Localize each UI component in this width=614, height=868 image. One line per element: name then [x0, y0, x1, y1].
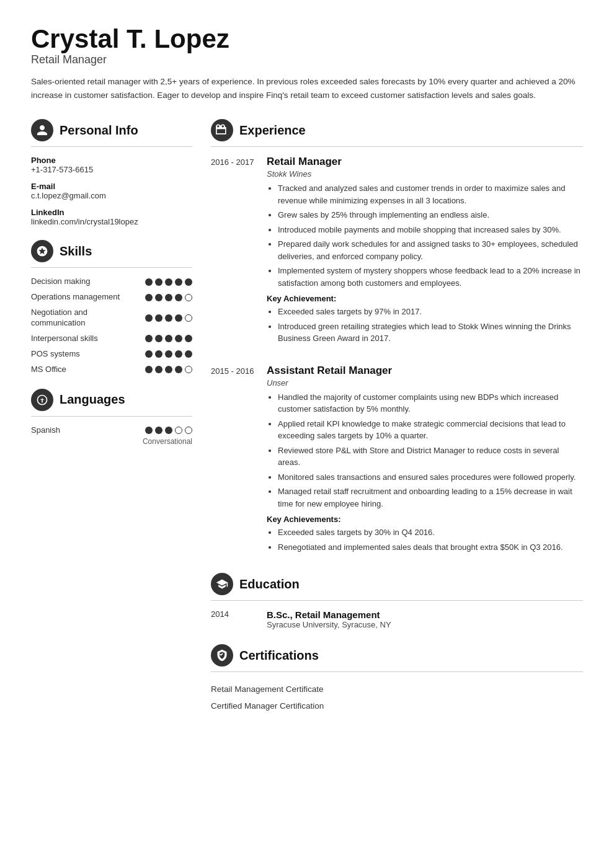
dot-filled — [165, 294, 172, 301]
dot-filled — [145, 350, 153, 358]
linkedin-block: LinkedIn linkedin.com/in/crystal19lopez — [31, 208, 192, 226]
experience-entries: 2016 - 2017Retail ManagerStokk WinesTrac… — [211, 156, 583, 558]
certifications-header: Certifications — [211, 644, 583, 666]
main-content: Personal Info Phone +1-317-573-6615 E-ma… — [31, 119, 583, 729]
dot-filled — [145, 427, 153, 434]
dot-filled — [175, 314, 182, 322]
dot-filled — [185, 278, 192, 286]
right-column: Experience 2016 - 2017Retail ManagerStok… — [211, 119, 583, 729]
email-value: c.t.lopez@gmail.com — [31, 191, 192, 200]
personal-info-icon — [31, 119, 53, 141]
exp-bullet: Implemented system of mystery shoppers w… — [278, 265, 583, 289]
dot-filled — [165, 350, 172, 358]
exp-job-title: Assistant Retail Manager — [267, 365, 583, 377]
dot-filled — [175, 335, 182, 342]
exp-bullet: Tracked and analyzed sales and customer … — [278, 182, 583, 206]
experience-section: Experience 2016 - 2017Retail ManagerStok… — [211, 119, 583, 558]
dot-filled — [155, 314, 162, 322]
language-row: SpanishConversational — [31, 425, 192, 446]
email-block: E-mail c.t.lopez@gmail.com — [31, 182, 192, 200]
skills-divider — [31, 267, 192, 268]
skill-row: Negotiation and communication — [31, 308, 192, 329]
exp-company: Stokk Wines — [267, 169, 583, 179]
dot-empty — [185, 366, 192, 373]
exp-bullets: Handled the majority of customer complai… — [267, 391, 583, 510]
key-achievement-label: Key Achievement: — [267, 294, 583, 303]
dot-filled — [155, 335, 162, 342]
dot-empty — [185, 314, 192, 322]
edu-content: B.Sc., Retail ManagementSyracuse Univers… — [267, 609, 391, 629]
certifications-icon — [211, 644, 233, 666]
resume-header: Crystal T. Lopez Retail Manager Sales-or… — [31, 25, 583, 102]
candidate-name: Crystal T. Lopez — [31, 25, 583, 53]
exp-content: Assistant Retail ManagerUnserHandled the… — [267, 365, 583, 559]
skill-row: Operations management — [31, 292, 192, 303]
exp-bullet: Reviewed store P&L with Store and Distri… — [278, 445, 583, 469]
languages-list: SpanishConversational — [31, 425, 192, 446]
experience-icon — [211, 119, 233, 141]
skill-dots — [145, 278, 192, 286]
dot-filled — [165, 278, 172, 286]
skill-dots — [145, 366, 192, 373]
phone-label: Phone — [31, 156, 192, 165]
dot-filled — [175, 366, 182, 373]
exp-content: Retail ManagerStokk WinesTracked and ana… — [267, 156, 583, 350]
edu-school: Syracuse University, Syracuse, NY — [267, 620, 391, 629]
education-divider — [211, 600, 583, 601]
dot-filled — [145, 314, 153, 322]
dot-filled — [175, 278, 182, 286]
skills-header: Skills — [31, 240, 192, 262]
education-icon — [211, 573, 233, 595]
dot-filled — [155, 278, 162, 286]
exp-company: Unser — [267, 378, 583, 388]
candidate-summary: Sales-oriented retail manager with 2,5+ … — [31, 75, 583, 102]
languages-divider — [31, 416, 192, 417]
dot-empty — [175, 427, 182, 434]
dot-filled — [185, 350, 192, 358]
skills-section: Skills Decision makingOperations managem… — [31, 240, 192, 374]
key-achievement-label: Key Achievements: — [267, 515, 583, 524]
exp-bullet: Introduced mobile payments and mobile sh… — [278, 224, 583, 236]
skill-name: Negotiation and communication — [31, 308, 140, 329]
exp-bullet: Monitored sales transactions and ensured… — [278, 471, 583, 484]
dot-empty — [185, 294, 192, 301]
linkedin-value: linkedin.com/in/crystal19lopez — [31, 217, 192, 226]
dot-filled — [165, 335, 172, 342]
exp-bullets: Tracked and analyzed sales and customer … — [267, 182, 583, 289]
education-entry: 2014B.Sc., Retail ManagementSyracuse Uni… — [211, 609, 583, 629]
personal-info-divider — [31, 146, 192, 147]
exp-bullet: Managed retail staff recruitment and onb… — [278, 485, 583, 510]
exp-dates: 2016 - 2017 — [211, 156, 254, 350]
language-level: Conversational — [31, 437, 192, 446]
skills-list: Decision makingOperations managementNego… — [31, 277, 192, 374]
edu-degree: B.Sc., Retail Management — [267, 609, 391, 620]
exp-bullet: Applied retail KPI knowledge to make str… — [278, 418, 583, 442]
dot-filled — [145, 335, 153, 342]
experience-title: Experience — [239, 123, 306, 138]
language-dots — [145, 427, 192, 434]
education-section: Education 2014B.Sc., Retail ManagementSy… — [211, 573, 583, 629]
languages-header: Languages — [31, 389, 192, 411]
exp-job-title: Retail Manager — [267, 156, 583, 168]
skill-dots — [145, 350, 192, 358]
key-bullet: Introduced green retailing strategies wh… — [278, 321, 583, 345]
dot-filled — [175, 294, 182, 301]
skill-dots — [145, 294, 192, 301]
skill-name: Decision making — [31, 277, 140, 287]
dot-empty — [185, 427, 192, 434]
dot-filled — [165, 314, 172, 322]
certification-item: Certified Manager Certification — [211, 698, 583, 714]
languages-icon — [31, 389, 53, 411]
certifications-divider — [211, 671, 583, 672]
languages-title: Languages — [60, 392, 125, 407]
dot-filled — [145, 294, 153, 301]
linkedin-label: LinkedIn — [31, 208, 192, 217]
certifications-list: Retail Management CertificateCertified M… — [211, 681, 583, 714]
certifications-title: Certifications — [239, 649, 319, 663]
education-entries: 2014B.Sc., Retail ManagementSyracuse Uni… — [211, 609, 583, 629]
certification-item: Retail Management Certificate — [211, 681, 583, 698]
skill-row: Decision making — [31, 277, 192, 287]
phone-block: Phone +1-317-573-6615 — [31, 156, 192, 174]
personal-info-title: Personal Info — [60, 123, 138, 138]
language-name: Spanish — [31, 425, 140, 436]
